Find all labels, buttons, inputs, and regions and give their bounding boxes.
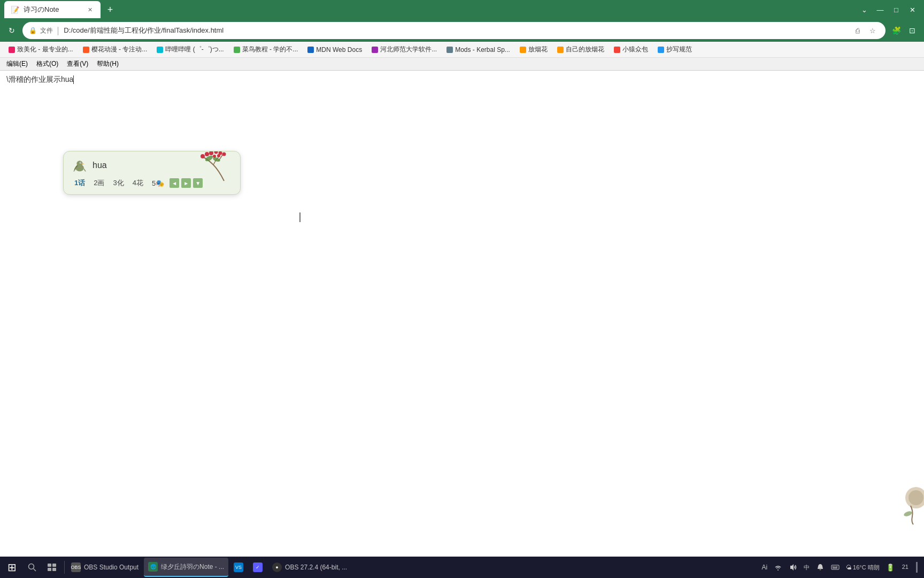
menu-edit[interactable]: 编辑(E) [2, 58, 32, 70]
bookmark-label-4: MDN Web Docs [316, 46, 362, 54]
svg-point-5 [222, 153, 226, 156]
title-bar: 📝 诗习のNote ✕ + ⌄ — □ ✕ [0, 0, 924, 19]
taskbar-app-browser[interactable]: 🌐 绿夕丘詩羽のNote - ... [144, 558, 228, 577]
dropdown-button[interactable]: ⌄ [857, 2, 872, 17]
taskbar-search-button[interactable] [22, 558, 42, 577]
extensions-button[interactable]: 🧩 [889, 23, 904, 38]
obs-output-app-icon: OBS [71, 562, 81, 572]
bookmark-7[interactable]: 放烟花 [515, 44, 552, 55]
svg-rect-23 [831, 565, 839, 569]
bookmark-favicon-10 [658, 47, 664, 53]
reload-button[interactable]: ↻ [4, 23, 19, 38]
ime-next-button[interactable]: ► [181, 178, 191, 188]
ime-indicator: 中 [804, 564, 810, 572]
menu-format[interactable]: 格式(O) [32, 58, 63, 70]
menu-view[interactable]: 查看(V) [63, 58, 93, 70]
svg-point-2 [209, 151, 213, 155]
bookmark-0[interactable]: 致美化 - 最专业的... [4, 44, 78, 55]
bookmark-favicon-6 [446, 47, 453, 53]
bookmark-3[interactable]: 菜鸟教程 - 学的不... [229, 44, 303, 55]
taskbar-app-obs-main[interactable]: ● OBS 27.2.4 (64-bit, ... [268, 558, 351, 577]
bookmark-1[interactable]: 樱花动漫 - 专注动... [79, 44, 152, 55]
share-button[interactable]: ⎙ [851, 24, 864, 37]
text-cursor [73, 75, 74, 84]
maximize-button[interactable]: □ [889, 2, 904, 17]
svg-point-3 [214, 151, 218, 154]
taskview-button[interactable] [43, 558, 62, 577]
bookmark-label-1: 樱花动漫 - 专注动... [91, 45, 148, 54]
svg-point-17 [29, 564, 34, 569]
page-cursor [299, 212, 301, 222]
ime-candidate-0[interactable]: 1话 [71, 177, 88, 189]
taskbar-app-vscode[interactable]: VS [229, 558, 248, 577]
bookmark-favicon-5 [372, 47, 378, 53]
clock-display[interactable]: 21 [899, 562, 912, 572]
bookmark-8[interactable]: 自己的放烟花 [553, 44, 609, 55]
svg-point-0 [201, 154, 205, 158]
ime-candidate-3[interactable]: 4花 [129, 177, 147, 189]
taskview-icon [48, 564, 57, 571]
bookmark-favicon-0 [9, 47, 15, 53]
notification-icon[interactable] [814, 562, 827, 573]
start-icon: ⊞ [7, 561, 17, 574]
menu-bar: 编辑(E) 格式(O) 查看(V) 帮助(H) [0, 58, 924, 71]
page-input-area: \滑稽的作业展示hua [0, 71, 924, 89]
svg-line-18 [34, 569, 36, 572]
wifi-icon [774, 563, 782, 572]
tab-title: 诗习のNote [24, 5, 59, 14]
chevron-right-icon: ► [183, 180, 189, 186]
taskbar-app-obs-output[interactable]: OBS OBS Studio Output [67, 558, 143, 577]
url-bar[interactable]: 🔒 文件 │ D:/code/前端性能与工程化/作业/finalTask/ind… [22, 22, 886, 39]
bookmark-label-6: Mods - Kerbal Sp... [455, 46, 510, 54]
bookmark-10[interactable]: 抄写规范 [653, 44, 696, 55]
profile-button[interactable]: ⊡ [905, 23, 920, 38]
minimize-button[interactable]: — [873, 2, 888, 17]
battery-icon[interactable]: 🔋 [884, 562, 897, 573]
ime-icon[interactable]: 中 [802, 562, 812, 573]
ime-candidate-1[interactable]: 2画 [90, 177, 107, 189]
tab-close-button[interactable]: ✕ [86, 5, 94, 14]
network-icon[interactable] [772, 562, 784, 573]
tray-ai-icon[interactable]: Ai [759, 562, 769, 572]
chevron-left-icon: ◄ [172, 180, 177, 186]
url-path: D:/code/前端性能与工程化/作业/finalTask/index.html [64, 26, 848, 35]
ime-prev-button[interactable]: ◄ [170, 178, 179, 188]
ime-candidate-4[interactable]: 5🎭 [149, 178, 167, 188]
volume-icon[interactable] [787, 562, 799, 573]
taskbar-app-git[interactable]: ✓ [249, 558, 267, 577]
bookmark-favicon-4 [307, 47, 314, 53]
bookmark-2[interactable]: 哔哩哔哩 (゜-゜)つ... [152, 44, 228, 55]
weather-display[interactable]: 🌤 16°C 晴朗 [844, 562, 882, 573]
menu-help[interactable]: 帮助(H) [93, 58, 123, 70]
bookmark-5[interactable]: 河北师范大学软件... [367, 44, 441, 55]
bookmark-9[interactable]: 小猿众包 [610, 44, 652, 55]
ime-candidate-4-text: 🎭 [156, 179, 164, 187]
ime-candidate-3-text: 花 [136, 179, 143, 187]
url-protocol: 文件 [40, 26, 53, 35]
active-tab[interactable]: 📝 诗习のNote ✕ [4, 1, 101, 18]
temperature-text: 16°C 晴朗 [853, 564, 880, 572]
menu-edit-label: 编辑(E) [6, 60, 28, 67]
bookmark-button[interactable]: ☆ [866, 24, 879, 37]
bookmark-favicon-7 [520, 47, 526, 53]
svg-rect-25 [835, 566, 836, 567]
ime-candidate-2[interactable]: 3化 [110, 177, 127, 189]
clock-time: 21 [902, 563, 908, 571]
bookmark-favicon-9 [614, 47, 620, 53]
svg-rect-19 [48, 564, 51, 567]
show-desktop-button[interactable] [914, 561, 920, 574]
page-content[interactable]: \滑稽的作业展示hua [0, 71, 924, 557]
new-tab-button[interactable]: + [103, 2, 118, 17]
bookmark-6[interactable]: Mods - Kerbal Sp... [442, 45, 514, 55]
bookmark-label-10: 抄写规范 [666, 45, 692, 54]
menu-help-label: 帮助(H) [97, 60, 119, 67]
keyboard-icon[interactable] [829, 562, 842, 573]
bookmark-favicon-2 [157, 47, 163, 53]
bookmark-label-0: 致美化 - 最专业的... [17, 45, 73, 54]
reload-icon: ↻ [9, 26, 15, 35]
close-window-button[interactable]: ✕ [905, 2, 920, 17]
bookmark-4[interactable]: MDN Web Docs [303, 45, 366, 55]
start-button[interactable]: ⊞ [2, 558, 21, 577]
desktop-icon [916, 562, 918, 573]
ime-candidate-3-index: 4 [133, 179, 136, 187]
